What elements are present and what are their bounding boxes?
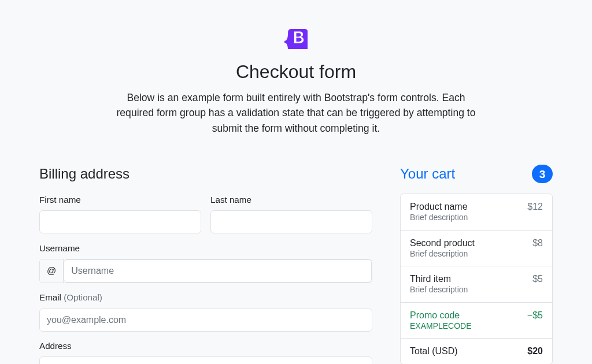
first-name-input[interactable]: [39, 210, 201, 233]
cart-column: Your cart 3 Product name Brief descripti…: [386, 164, 567, 364]
cart-item-desc: Brief description: [410, 213, 468, 223]
cart-item-price: $12: [527, 201, 543, 223]
email-input[interactable]: [39, 309, 372, 332]
page-title: Checkout form: [25, 58, 567, 86]
cart-total-label: Total (USD): [410, 346, 458, 357]
last-name-label: Last name: [210, 194, 372, 207]
cart-item-name: Third item: [410, 273, 468, 285]
cart-title: Your cart: [400, 164, 455, 184]
address-input[interactable]: [39, 356, 372, 364]
username-label: Username: [39, 242, 372, 255]
cart-promo-code: EXAMPLECODE: [410, 321, 472, 332]
username-prefix: @: [40, 259, 64, 283]
cart-item-price: $5: [532, 273, 543, 295]
cart-item: Second product Brief description $8: [401, 231, 552, 267]
email-label: Email (Optional): [39, 291, 372, 304]
cart-item-name: Second product: [410, 237, 475, 249]
billing-form: First name Last name Username @: [39, 194, 372, 364]
cart-item: Product name Brief description $12: [401, 194, 552, 231]
cart-item: Third item Brief description $5: [401, 266, 552, 303]
first-name-label: First name: [39, 194, 201, 207]
email-label-text: Email: [39, 292, 61, 302]
cart-item-price: $8: [532, 237, 543, 259]
cart-list: Product name Brief description $12 Secon…: [400, 194, 553, 364]
cart-promo-amount: −$5: [527, 310, 543, 332]
page-lead: Below is an example form built entirely …: [111, 90, 481, 136]
bootstrap-logo-icon: [284, 28, 308, 49]
address-label: Address: [39, 340, 372, 353]
cart-item-desc: Brief description: [410, 285, 468, 295]
cart-count-badge: 3: [532, 165, 553, 184]
cart-promo-label: Promo code: [410, 310, 472, 321]
cart-promo-row: Promo code EXAMPLECODE −$5: [401, 303, 552, 339]
last-name-input[interactable]: [210, 210, 372, 233]
cart-total-amount: $20: [527, 346, 543, 357]
billing-title: Billing address: [39, 164, 372, 184]
username-input[interactable]: [64, 259, 372, 283]
cart-total-row: Total (USD) $20: [401, 339, 552, 364]
cart-item-name: Product name: [410, 201, 468, 213]
page-header: Checkout form Below is an example form b…: [25, 0, 567, 164]
email-optional: (Optional): [64, 292, 102, 302]
cart-item-desc: Brief description: [410, 249, 475, 259]
billing-column: Billing address First name Last name Use…: [25, 164, 386, 364]
